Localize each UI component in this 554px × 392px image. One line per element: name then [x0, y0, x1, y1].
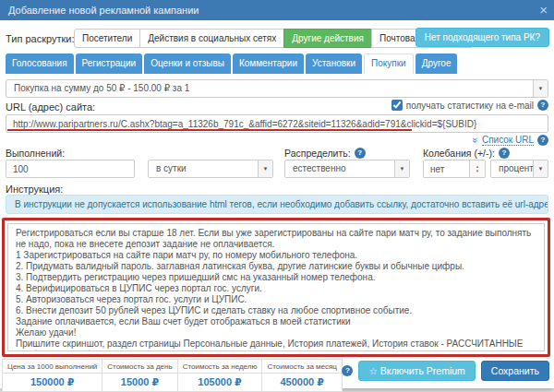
- modal-header: Добавление новой рекламной кампании ×: [0, 0, 554, 20]
- distribute-select[interactable]: естественно ▼: [284, 160, 410, 178]
- product-select[interactable]: Покупка на сумму до 50 ₽ - 150.00 ₽ за 1…: [6, 79, 548, 98]
- pricing-value: 105000 ₽: [178, 374, 262, 391]
- promo-type-label: Тип раскрутки:: [6, 33, 75, 44]
- executions-count-input[interactable]: [6, 160, 135, 178]
- help-icon[interactable]: ?: [355, 148, 366, 159]
- screen: Добавление новой рекламной кампании × Ти…: [0, 0, 554, 392]
- save-button[interactable]: Сохранить: [481, 361, 549, 381]
- pricing-header: Стоимость за день: [102, 360, 176, 374]
- tab-ratings[interactable]: Оценки и отзывы: [144, 53, 231, 74]
- pricing-col-per-month: Стоимость за месяц 450000 ₽: [261, 359, 342, 392]
- caret-down-icon[interactable]: ▼: [394, 160, 409, 177]
- product-select-value: Покупка на сумму до 50 ₽ - 150.00 ₽ за 1: [14, 80, 189, 97]
- help-icon[interactable]: ?: [537, 135, 548, 146]
- fluctuation-unit-select[interactable]: процентов ▼: [490, 160, 548, 178]
- executions-label: Выполнений:: [6, 148, 65, 159]
- instruction-info-note: В инструкции не допускается использовани…: [6, 195, 548, 214]
- pricing-value: 150000 ₽: [3, 374, 102, 391]
- distribute-select-value: естественно: [293, 160, 346, 177]
- executions-label-text: Выполнений:: [6, 148, 65, 159]
- instruction-label: Инструкция:: [6, 184, 63, 195]
- help-icon[interactable]: ?: [499, 148, 510, 159]
- email-stats-label: получать статистику на e-mail: [406, 101, 534, 111]
- pricing-col-per-1000: Цена за 1000 выполнений 150000 ₽: [2, 359, 102, 392]
- tab-purchases[interactable]: Покупки: [364, 53, 414, 74]
- chevrons-down-icon: »: [471, 137, 480, 143]
- tab-registrations[interactable]: Регистрации: [76, 53, 143, 74]
- pricing-header: Стоимость за неделю: [178, 360, 262, 374]
- period-select[interactable]: в сутки ▼: [148, 160, 273, 178]
- tab-votes[interactable]: Голосования: [6, 53, 74, 74]
- close-icon[interactable]: ×: [539, 0, 548, 20]
- pricing-header: Стоимость за месяц: [262, 360, 341, 374]
- caret-down-icon[interactable]: ▼: [533, 80, 548, 97]
- caret-down-icon[interactable]: ▼: [533, 160, 548, 177]
- pricing-col-per-week: Стоимость за неделю 105000 ₽: [177, 359, 263, 392]
- pricing-table: Цена за 1000 выполнений 150000 ₽ Стоимос…: [2, 359, 343, 392]
- url-list-link[interactable]: Список URL: [482, 135, 534, 146]
- distribute-label: Распределить: ?: [284, 148, 366, 159]
- help-icon[interactable]: ?: [537, 100, 548, 111]
- star-icon: ☆: [368, 365, 377, 376]
- tab-comments[interactable]: Комментарии: [233, 53, 304, 74]
- pricing-value: 450000 ₽: [262, 374, 341, 391]
- pricing-col-per-day: Стоимость за день 15000 ₽: [102, 359, 177, 392]
- caret-down-icon[interactable]: ▼: [258, 160, 272, 177]
- tab-installs[interactable]: Установки: [306, 53, 362, 74]
- pricing-header: Цена за 1000 выполнений: [3, 360, 102, 374]
- url-label: URL (адрес) сайта:: [6, 101, 95, 113]
- annotation-underline: [7, 129, 412, 131]
- annotation-box: Регистрироваться если вы старше 18 лет. …: [2, 218, 550, 357]
- email-stats-checkbox[interactable]: [391, 100, 403, 111]
- email-stats-row: получать статистику на e-mail ?: [391, 100, 548, 111]
- promo-type-other-actions-button[interactable]: Другие действия: [283, 29, 372, 48]
- fluctuation-stepper[interactable]: ▴ ▾: [423, 160, 486, 178]
- spin-down-icon[interactable]: ▾: [476, 169, 479, 173]
- category-tabs: Голосования Регистрации Оценки и отзывы …: [6, 53, 457, 74]
- enable-premium-label: Включить Premium: [380, 365, 465, 376]
- spinner-arrows-icon[interactable]: ▴ ▾: [469, 160, 485, 177]
- add-campaign-modal: Добавление новой рекламной кампании × Ти…: [0, 0, 554, 388]
- url-list-row: » Список URL ?: [473, 135, 548, 146]
- pricing-value: 15000 ₽: [102, 374, 176, 391]
- promo-type-social-button[interactable]: Действия в социальных сетях: [139, 29, 284, 48]
- fluctuation-label: Колебания (+/-): ?: [423, 148, 510, 159]
- tab-other[interactable]: Другое: [416, 53, 458, 74]
- no-matching-type-button[interactable]: Нет подходящего типа РК?: [416, 28, 549, 47]
- promo-type-visitors-button[interactable]: Посетители: [74, 29, 140, 48]
- footer-actions: ? ☆ Включить Premium Сохранить: [342, 361, 549, 381]
- fluctuation-input[interactable]: [424, 160, 468, 177]
- distribute-label-text: Распределить:: [284, 148, 351, 159]
- period-select-value: в сутки: [156, 160, 187, 177]
- fluctuation-label-text: Колебания (+/-):: [423, 148, 495, 159]
- enable-premium-button[interactable]: ☆ Включить Premium: [358, 361, 475, 381]
- help-icon[interactable]: ?: [342, 365, 353, 376]
- instruction-textarea[interactable]: Регистрироваться если вы старше 18 лет. …: [7, 223, 545, 351]
- modal-title: Добавление новой рекламной кампании: [8, 5, 199, 16]
